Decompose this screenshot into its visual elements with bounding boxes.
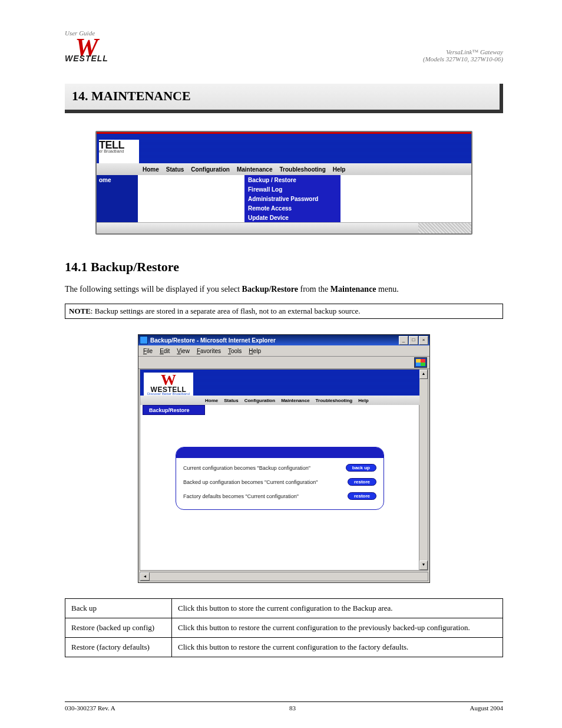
scroll-left-icon[interactable]: ◄ bbox=[140, 572, 150, 581]
inner-brand: W WESTELL Discover Better Broadband bbox=[144, 373, 193, 396]
def-desc-1: Click this button to restore the current… bbox=[172, 618, 503, 638]
scroll-down-icon[interactable]: ▼ bbox=[419, 561, 428, 570]
definition-table: Back up Click this button to store the c… bbox=[65, 598, 503, 657]
inner-nav-configuration[interactable]: Configuration bbox=[244, 398, 275, 403]
header-right-line1: VersaLink™ Gateway bbox=[423, 48, 503, 55]
ie-title-text: Backup/Restore - Microsoft Internet Expl… bbox=[150, 337, 276, 344]
fig1-nav-home[interactable]: Home bbox=[143, 166, 159, 173]
def-desc-2: Click this button to restore the current… bbox=[172, 638, 503, 657]
fig1-maintenance-dropdown: Backup / Restore Firewall Log Administra… bbox=[244, 175, 340, 222]
figure-maintenance-menu: TELL er Broadband Home Status Configurat… bbox=[95, 131, 472, 235]
ie-menu-bar: File Edit View Favorites Tools Help bbox=[138, 345, 429, 357]
restore-backup-button[interactable]: restore bbox=[348, 478, 376, 486]
backup-restore-card: Current configuration becomes "Backup co… bbox=[176, 447, 384, 510]
subsection-title: 14.1 Backup/Restore bbox=[65, 259, 503, 275]
ie-throbber-icon bbox=[414, 357, 427, 368]
ie-menu-edit[interactable]: Edit bbox=[160, 348, 170, 354]
fig1-dd-firewall-log[interactable]: Firewall Log bbox=[244, 185, 340, 194]
ie-app-icon bbox=[140, 336, 148, 344]
ie-h-scrollbar[interactable]: ◄ bbox=[140, 572, 428, 581]
card-row-restore-backup: Backed up configuration becomes "Current… bbox=[183, 478, 376, 486]
card-row-restore-backup-text: Backed up configuration becomes "Current… bbox=[183, 479, 318, 485]
fig1-nav-status[interactable]: Status bbox=[166, 166, 184, 173]
figure-backup-restore-window: Backup/Restore - Microsoft Internet Expl… bbox=[138, 334, 430, 583]
header-right-line2: (Models 327W10, 327W10-06) bbox=[423, 55, 503, 62]
section-title: 14. MAINTENANCE bbox=[65, 84, 503, 113]
inner-nav: Home Status Configuration Maintenance Tr… bbox=[140, 396, 419, 405]
fig1-nav: Home Status Configuration Maintenance Tr… bbox=[97, 163, 471, 175]
ie-client-area: ▲ ▼ W WESTELL Discover Better Broadband … bbox=[140, 369, 428, 571]
backup-button[interactable]: back up bbox=[346, 464, 376, 472]
inner-logo-mark-icon: W bbox=[161, 374, 176, 387]
p1e: menu. bbox=[378, 285, 399, 294]
fig1-brand-word: TELL bbox=[99, 141, 135, 149]
fig1-sidebar: ome bbox=[97, 175, 138, 222]
card-header bbox=[176, 447, 384, 458]
fig1-nav-maintenance[interactable]: Maintenance bbox=[237, 166, 273, 173]
note-box: NOTE: Backup settings are stored in a se… bbox=[65, 304, 503, 319]
card-row-restore-factory: Factory defaults becomes "Current config… bbox=[183, 492, 376, 500]
section-banner: 14. MAINTENANCE bbox=[65, 84, 503, 113]
maximize-icon[interactable]: □ bbox=[409, 336, 418, 345]
def-term-1: Restore (backed up config) bbox=[65, 618, 172, 638]
def-term-2: Restore (factory defaults) bbox=[65, 638, 172, 657]
ie-title-bar[interactable]: Backup/Restore - Microsoft Internet Expl… bbox=[138, 335, 429, 345]
fig1-dd-backup-restore[interactable]: Backup / Restore bbox=[244, 175, 340, 185]
fig1-dd-remote-access[interactable]: Remote Access bbox=[244, 203, 340, 213]
footer-right: August 2004 bbox=[470, 704, 503, 711]
p1b: Backup/Restore bbox=[242, 285, 298, 294]
minimize-icon[interactable]: _ bbox=[399, 336, 408, 345]
restore-factory-button[interactable]: restore bbox=[348, 492, 376, 500]
close-icon[interactable]: × bbox=[419, 336, 428, 345]
def-desc-0: Click this button to store the current c… bbox=[172, 599, 503, 618]
westell-logo: W WESTELL bbox=[65, 40, 108, 62]
card-row-backup: Current configuration becomes "Backup co… bbox=[183, 464, 376, 472]
table-row: Restore (backed up config) Click this bu… bbox=[65, 618, 503, 638]
p1c: from the bbox=[300, 285, 330, 294]
fig1-nav-configuration[interactable]: Configuration bbox=[191, 166, 230, 173]
inner-nav-maintenance[interactable]: Maintenance bbox=[281, 398, 309, 403]
fig1-resize-grip-icon[interactable] bbox=[418, 223, 471, 233]
fig1-dd-update-device[interactable]: Update Device bbox=[244, 213, 340, 222]
footer-left: 030-300237 Rev. A bbox=[65, 704, 115, 711]
inner-nav-home[interactable]: Home bbox=[205, 398, 218, 403]
fig1-nav-help[interactable]: Help bbox=[333, 166, 346, 173]
table-row: Back up Click this button to store the c… bbox=[65, 599, 503, 618]
fig1-dd-admin-password[interactable]: Administrative Password bbox=[244, 194, 340, 203]
p1a: The following settings will be displayed… bbox=[65, 285, 242, 294]
fig1-sidebar-label: ome bbox=[99, 177, 111, 183]
scroll-up-icon[interactable]: ▲ bbox=[419, 370, 428, 379]
p1d: Maintenance bbox=[330, 285, 376, 294]
ie-toolbar bbox=[138, 357, 429, 369]
inner-nav-help[interactable]: Help bbox=[358, 398, 368, 403]
def-term-0: Back up bbox=[65, 599, 172, 618]
footer-center: 83 bbox=[289, 704, 296, 711]
logo-word: WESTELL bbox=[65, 54, 108, 62]
inner-nav-troubleshooting[interactable]: Troubleshooting bbox=[316, 398, 353, 403]
page-footer: 030-300237 Rev. A 83 August 2004 bbox=[65, 701, 503, 711]
note-text: : Backup settings are stored in a separa… bbox=[91, 307, 361, 315]
ie-menu-file[interactable]: File bbox=[143, 348, 153, 354]
intro-paragraph: The following settings will be displayed… bbox=[65, 284, 503, 295]
card-row-backup-text: Current configuration becomes "Backup co… bbox=[183, 465, 310, 471]
fig1-brand: TELL er Broadband bbox=[99, 140, 139, 163]
ie-menu-favorites[interactable]: Favorites bbox=[197, 348, 221, 354]
inner-nav-status[interactable]: Status bbox=[224, 398, 238, 403]
table-row: Restore (factory defaults) Click this bu… bbox=[65, 638, 503, 657]
page-header: User Guide W WESTELL VersaLink™ Gateway … bbox=[65, 29, 503, 62]
fig1-nav-troubleshooting[interactable]: Troubleshooting bbox=[279, 166, 325, 173]
ie-v-scrollbar[interactable]: ▲ ▼ bbox=[419, 370, 428, 570]
card-row-restore-factory-text: Factory defaults becomes "Current config… bbox=[183, 493, 299, 499]
ie-menu-tools[interactable]: Tools bbox=[228, 348, 242, 354]
inner-logo-tagline: Discover Better Broadband bbox=[147, 393, 190, 396]
ie-menu-help[interactable]: Help bbox=[249, 348, 261, 354]
ie-menu-view[interactable]: View bbox=[177, 348, 190, 354]
fig1-brand-sub: er Broadband bbox=[99, 150, 135, 153]
inner-breadcrumb: Backup/Restore bbox=[143, 405, 205, 415]
note-label: NOTE bbox=[69, 307, 91, 315]
